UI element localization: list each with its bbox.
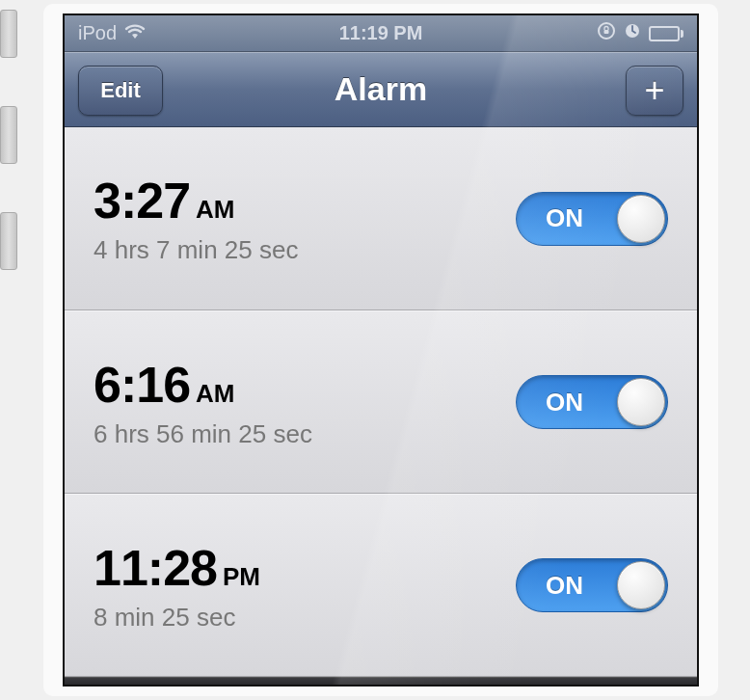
orientation-lock-icon <box>597 21 616 45</box>
svg-rect-1 <box>604 30 609 34</box>
bottom-edge <box>65 677 697 687</box>
alarm-toggle[interactable]: ON <box>516 192 668 246</box>
toggle-knob <box>617 378 665 426</box>
toggle-knob <box>617 195 665 243</box>
plus-icon: + <box>644 70 664 111</box>
toggle-on-label: ON <box>546 203 583 233</box>
add-button[interactable]: + <box>626 66 683 116</box>
device-silent-switch <box>0 10 17 58</box>
alarm-countdown: 8 min 25 sec <box>94 603 260 633</box>
alarm-time: 11:28 <box>94 539 217 597</box>
toggle-knob <box>617 561 665 609</box>
edit-button[interactable]: Edit <box>78 66 163 116</box>
alarm-time: 6:16 <box>94 356 190 414</box>
alarm-row[interactable]: 11:28 PM 8 min 25 sec ON <box>65 494 697 677</box>
nav-bar: Edit Alarm + <box>65 52 697 127</box>
alarm-toggle[interactable]: ON <box>516 558 668 612</box>
alarm-time: 3:27 <box>94 172 190 229</box>
toggle-on-label: ON <box>546 388 583 417</box>
alarm-row[interactable]: 6:16 AM 6 hrs 56 min 25 sec ON <box>65 310 697 494</box>
alarm-status-icon <box>624 22 641 44</box>
alarm-row[interactable]: 3:27 AM 4 hrs 7 min 25 sec ON <box>65 127 697 310</box>
device-volume-up <box>0 106 17 164</box>
device-volume-down <box>0 212 17 270</box>
alarm-period: AM <box>196 195 234 225</box>
wifi-icon <box>124 22 146 44</box>
toggle-on-label: ON <box>546 571 583 601</box>
alarm-list: 3:27 AM 4 hrs 7 min 25 sec ON 6:16 <box>65 127 697 677</box>
edit-button-label: Edit <box>100 78 141 103</box>
battery-icon: ⚡ <box>649 26 683 41</box>
alarm-period: AM <box>196 379 234 409</box>
page-title: Alarm <box>335 70 427 108</box>
alarm-countdown: 4 hrs 7 min 25 sec <box>94 235 298 265</box>
alarm-period: PM <box>223 562 260 592</box>
status-bar: iPod 11:19 PM <box>65 15 697 52</box>
alarm-toggle[interactable]: ON <box>516 375 668 429</box>
status-time: 11:19 PM <box>339 22 423 43</box>
device-name-label: iPod <box>78 22 117 44</box>
alarm-countdown: 6 hrs 56 min 25 sec <box>94 419 312 449</box>
